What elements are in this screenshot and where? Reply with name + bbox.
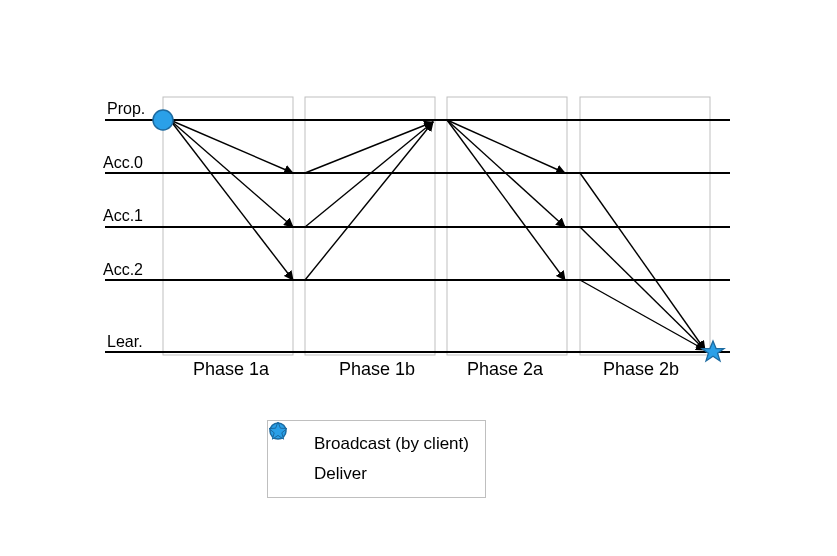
broadcast-marker: [153, 110, 173, 130]
msg-2b-acc1: [580, 227, 705, 350]
msg-2a-acc0: [447, 120, 565, 173]
msg-1a-acc2: [170, 120, 293, 280]
svg-marker-2: [702, 341, 724, 361]
msg-1b-acc1: [305, 122, 433, 227]
deliver-marker: [702, 341, 724, 361]
diagram-container: Prop. Acc.0 Acc.1 Acc.2 Lear. Phase 1a P…: [0, 0, 837, 556]
msg-2b-acc0: [580, 173, 705, 350]
msg-2a-acc2: [447, 120, 565, 280]
msg-1a-acc0: [170, 120, 293, 173]
msg-1b-acc0: [305, 122, 433, 173]
msg-1b-acc2: [305, 122, 433, 280]
diagram-svg: [0, 0, 837, 556]
msg-2b-acc2: [580, 280, 705, 350]
